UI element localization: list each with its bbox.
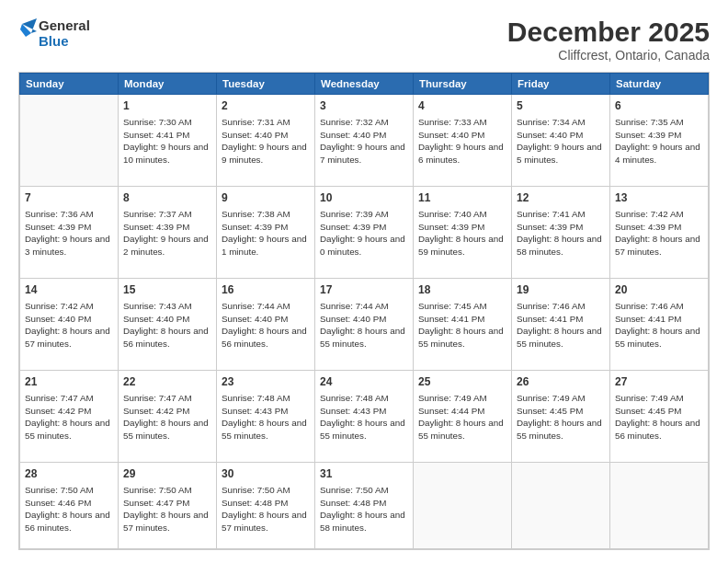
sunset-label: Sunset: 4:41 PM — [123, 130, 189, 140]
table-row: 21 Sunrise: 7:47 AM Sunset: 4:42 PM Dayl… — [20, 371, 119, 463]
main-title: December 2025 — [507, 17, 710, 48]
daylight-label: Daylight: 8 hours and 56 minutes. — [25, 510, 110, 533]
sunset-label: Sunset: 4:41 PM — [517, 314, 583, 324]
sunset-label: Sunset: 4:39 PM — [25, 222, 91, 232]
daylight-label: Daylight: 8 hours and 57 minutes. — [615, 234, 700, 257]
daylight-label: Daylight: 8 hours and 55 minutes. — [418, 418, 504, 441]
day-number: 23 — [222, 374, 310, 390]
logo-bird-icon — [18, 17, 37, 50]
daylight-label: Daylight: 9 hours and 0 minutes. — [320, 234, 405, 257]
sunset-label: Sunset: 4:39 PM — [615, 130, 681, 140]
table-row: 3 Sunrise: 7:32 AM Sunset: 4:40 PM Dayli… — [315, 95, 414, 187]
sunset-label: Sunset: 4:45 PM — [615, 406, 681, 416]
sunrise-label: Sunrise: 7:30 AM — [123, 117, 192, 127]
table-row — [512, 463, 610, 549]
day-number: 17 — [320, 282, 408, 298]
sunset-label: Sunset: 4:39 PM — [418, 222, 484, 232]
sunset-label: Sunset: 4:39 PM — [320, 222, 386, 232]
day-number: 12 — [517, 190, 605, 206]
sunset-label: Sunset: 4:43 PM — [222, 406, 288, 416]
sunrise-label: Sunrise: 7:32 AM — [320, 117, 389, 127]
sunrise-label: Sunrise: 7:46 AM — [517, 301, 586, 311]
title-area: December 2025 Cliffcrest, Ontario, Canad… — [507, 17, 710, 63]
day-number: 21 — [25, 374, 113, 390]
sunrise-label: Sunrise: 7:35 AM — [615, 117, 684, 127]
table-row: 26 Sunrise: 7:49 AM Sunset: 4:45 PM Dayl… — [512, 371, 610, 463]
sunset-label: Sunset: 4:42 PM — [123, 406, 189, 416]
col-friday: Friday — [512, 74, 610, 95]
daylight-label: Daylight: 8 hours and 55 minutes. — [123, 418, 209, 441]
daylight-label: Daylight: 8 hours and 57 minutes. — [25, 326, 110, 349]
daylight-label: Daylight: 8 hours and 55 minutes. — [517, 418, 602, 441]
daylight-label: Daylight: 8 hours and 57 minutes. — [123, 510, 209, 533]
table-row: 18 Sunrise: 7:45 AM Sunset: 4:41 PM Dayl… — [414, 279, 512, 371]
sunrise-label: Sunrise: 7:46 AM — [615, 301, 684, 311]
sunset-label: Sunset: 4:41 PM — [418, 314, 484, 324]
day-number: 2 — [222, 98, 310, 114]
col-wednesday: Wednesday — [315, 74, 414, 95]
sunset-label: Sunset: 4:48 PM — [320, 498, 386, 508]
sunrise-label: Sunrise: 7:50 AM — [320, 485, 389, 495]
sunset-label: Sunset: 4:40 PM — [517, 130, 583, 140]
sunrise-label: Sunrise: 7:40 AM — [418, 209, 487, 219]
sunset-label: Sunset: 4:40 PM — [222, 130, 288, 140]
daylight-label: Daylight: 8 hours and 58 minutes. — [320, 510, 405, 533]
day-number: 16 — [222, 282, 310, 298]
daylight-label: Daylight: 8 hours and 56 minutes. — [123, 326, 209, 349]
table-row: 22 Sunrise: 7:47 AM Sunset: 4:42 PM Dayl… — [119, 371, 217, 463]
day-number: 9 — [222, 190, 310, 206]
day-number: 19 — [517, 282, 605, 298]
day-number: 1 — [123, 98, 211, 114]
table-row: 24 Sunrise: 7:48 AM Sunset: 4:43 PM Dayl… — [315, 371, 414, 463]
table-row: 20 Sunrise: 7:46 AM Sunset: 4:41 PM Dayl… — [610, 279, 709, 371]
table-row: 10 Sunrise: 7:39 AM Sunset: 4:39 PM Dayl… — [315, 187, 414, 279]
table-row: 12 Sunrise: 7:41 AM Sunset: 4:39 PM Dayl… — [512, 187, 610, 279]
sunset-label: Sunset: 4:39 PM — [222, 222, 288, 232]
table-row: 11 Sunrise: 7:40 AM Sunset: 4:39 PM Dayl… — [414, 187, 512, 279]
daylight-label: Daylight: 9 hours and 5 minutes. — [517, 142, 602, 165]
table-row: 17 Sunrise: 7:44 AM Sunset: 4:40 PM Dayl… — [315, 279, 414, 371]
daylight-label: Daylight: 9 hours and 9 minutes. — [222, 142, 307, 165]
table-row: 27 Sunrise: 7:49 AM Sunset: 4:45 PM Dayl… — [610, 371, 709, 463]
daylight-label: Daylight: 9 hours and 10 minutes. — [123, 142, 209, 165]
daylight-label: Daylight: 8 hours and 55 minutes. — [222, 418, 307, 441]
table-row: 8 Sunrise: 7:37 AM Sunset: 4:39 PM Dayli… — [119, 187, 217, 279]
day-number: 7 — [25, 190, 113, 206]
sunset-label: Sunset: 4:39 PM — [123, 222, 189, 232]
day-number: 8 — [123, 190, 211, 206]
sunset-label: Sunset: 4:39 PM — [517, 222, 583, 232]
sunset-label: Sunset: 4:41 PM — [615, 314, 681, 324]
sunset-label: Sunset: 4:48 PM — [222, 498, 288, 508]
day-number: 5 — [517, 98, 605, 114]
daylight-label: Daylight: 9 hours and 3 minutes. — [25, 234, 110, 257]
sunrise-label: Sunrise: 7:49 AM — [418, 393, 487, 403]
day-number: 30 — [222, 466, 310, 482]
daylight-label: Daylight: 8 hours and 55 minutes. — [25, 418, 110, 441]
table-row: 9 Sunrise: 7:38 AM Sunset: 4:39 PM Dayli… — [217, 187, 315, 279]
table-row: 29 Sunrise: 7:50 AM Sunset: 4:47 PM Dayl… — [119, 463, 217, 549]
sunset-label: Sunset: 4:45 PM — [517, 406, 583, 416]
daylight-label: Daylight: 8 hours and 55 minutes. — [418, 326, 504, 349]
table-row: 31 Sunrise: 7:50 AM Sunset: 4:48 PM Dayl… — [315, 463, 414, 549]
day-number: 13 — [615, 190, 703, 206]
sunrise-label: Sunrise: 7:41 AM — [517, 209, 586, 219]
daylight-label: Daylight: 8 hours and 58 minutes. — [517, 234, 602, 257]
table-row: 5 Sunrise: 7:34 AM Sunset: 4:40 PM Dayli… — [512, 95, 610, 187]
sunrise-label: Sunrise: 7:49 AM — [615, 393, 684, 403]
sunrise-label: Sunrise: 7:44 AM — [320, 301, 389, 311]
col-tuesday: Tuesday — [217, 74, 315, 95]
day-number: 22 — [123, 374, 211, 390]
daylight-label: Daylight: 9 hours and 7 minutes. — [320, 142, 405, 165]
table-row: 6 Sunrise: 7:35 AM Sunset: 4:39 PM Dayli… — [610, 95, 709, 187]
calendar-week-1: 1 Sunrise: 7:30 AM Sunset: 4:41 PM Dayli… — [20, 95, 709, 187]
daylight-label: Daylight: 8 hours and 55 minutes. — [517, 326, 602, 349]
sunrise-label: Sunrise: 7:50 AM — [222, 485, 290, 495]
calendar-week-5: 28 Sunrise: 7:50 AM Sunset: 4:46 PM Dayl… — [20, 463, 709, 549]
sunrise-label: Sunrise: 7:43 AM — [123, 301, 192, 311]
logo-text-line1: General — [39, 17, 90, 33]
col-thursday: Thursday — [414, 74, 512, 95]
sunrise-label: Sunrise: 7:33 AM — [418, 117, 487, 127]
sunrise-label: Sunrise: 7:50 AM — [123, 485, 192, 495]
daylight-label: Daylight: 8 hours and 59 minutes. — [418, 234, 504, 257]
daylight-label: Daylight: 9 hours and 4 minutes. — [615, 142, 700, 165]
